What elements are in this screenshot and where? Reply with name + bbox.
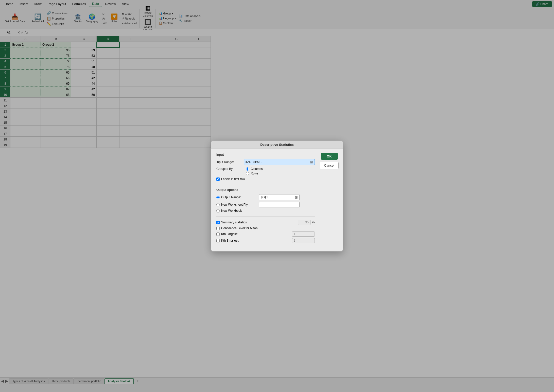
rows-radio-row: Rows (246, 172, 263, 175)
input-range-picker-icon[interactable]: ⊞ (310, 160, 313, 164)
columns-radio[interactable] (246, 167, 249, 171)
grouped-by-label: Grouped By: (216, 167, 242, 171)
new-workbook-row: New Workbook (216, 209, 315, 212)
rows-radio[interactable] (246, 172, 249, 175)
new-workbook-radio[interactable] (216, 209, 220, 212)
input-range-row: Input Range: $A$1:$B$10 ⊞ (216, 159, 315, 165)
cancel-button[interactable]: Cancel (320, 162, 339, 169)
kth-largest-checkbox[interactable] (216, 233, 220, 236)
input-range-value: $A$1:$B$10 (246, 160, 262, 164)
ok-button[interactable]: OK (321, 153, 338, 160)
output-range-input[interactable]: $D$1 ⊞ (259, 194, 300, 200)
summary-stats-checkbox[interactable] (216, 221, 220, 224)
output-range-value: $D$1 (261, 195, 268, 199)
pct-label: % (312, 221, 315, 224)
output-range-row: Output Range: $D$1 ⊞ (216, 194, 315, 200)
dialog-title: Descriptive Statistics (211, 141, 343, 149)
output-section: Output options Output Range: $D$1 ⊞ (216, 188, 315, 212)
confidence-value-input[interactable]: 95 (298, 220, 310, 225)
confidence-row: Confidence Level for Mean: (216, 226, 315, 230)
new-worksheet-radio[interactable] (216, 203, 220, 206)
summary-stats-label: Summary statistics (221, 221, 247, 224)
output-section-label: Output options (216, 188, 315, 192)
labels-row: Labels in first row (216, 177, 315, 181)
kth-largest-row: Kth Largest: (216, 231, 315, 237)
columns-radio-row: Columns (246, 167, 263, 171)
new-worksheet-label: New Worksheet Ply: (221, 203, 249, 206)
options-section: Summary statistics 95 % Confidence Level… (216, 220, 315, 243)
kth-smallest-row: Kth Smallest: (216, 238, 315, 243)
kth-smallest-input[interactable] (292, 238, 315, 243)
summary-stats-row: Summary statistics 95 % (216, 220, 315, 225)
descriptive-statistics-dialog: Descriptive Statistics Input Input Range… (211, 140, 343, 252)
confidence-checkbox[interactable] (216, 227, 220, 230)
grouped-by-options: Columns Rows (246, 167, 263, 175)
input-range-label: Input Range: (216, 160, 242, 164)
rows-radio-label: Rows (251, 172, 258, 175)
new-worksheet-row: New Worksheet Ply: (216, 202, 315, 207)
columns-radio-label: Columns (251, 167, 263, 171)
new-worksheet-input[interactable] (259, 202, 300, 207)
output-range-label: Output Range: (221, 195, 241, 199)
input-section: Input Input Range: $A$1:$B$10 ⊞ Grouped … (216, 153, 315, 181)
grouped-by-row: Grouped By: Columns Rows (216, 167, 315, 175)
kth-largest-input[interactable] (292, 231, 315, 237)
output-range-radio[interactable] (216, 196, 220, 199)
kth-largest-label: Kth Largest: (221, 232, 238, 236)
kth-smallest-checkbox[interactable] (216, 239, 220, 242)
input-section-label: Input (216, 153, 315, 156)
confidence-label: Confidence Level for Mean: (221, 226, 258, 230)
labels-label: Labels in first row (221, 177, 245, 181)
input-range-input[interactable]: $A$1:$B$10 ⊞ (244, 159, 315, 165)
output-range-picker-icon[interactable]: ⊞ (295, 195, 298, 199)
kth-smallest-label: Kth Smallest: (221, 239, 239, 242)
dialog-overlay: Descriptive Statistics Input Input Range… (0, 0, 554, 384)
new-workbook-label: New Workbook (221, 209, 242, 212)
labels-checkbox[interactable] (216, 177, 220, 181)
